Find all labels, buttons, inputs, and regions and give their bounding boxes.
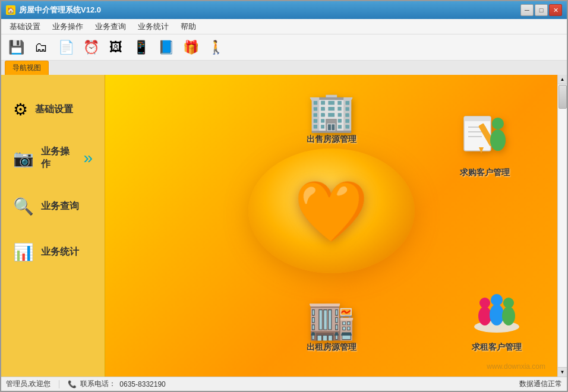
status-separator-1 xyxy=(59,380,59,388)
window-controls: ─ □ ✕ xyxy=(520,4,562,16)
minimize-button[interactable]: ─ xyxy=(520,4,534,16)
toolbar-img-btn[interactable]: 🖼 xyxy=(105,37,127,58)
buy-customers-label: 求购客户管理 xyxy=(460,167,510,178)
toolbar: 💾 🗂 📄 ⏰ 🖼 📱 📘 🎁 🚶 xyxy=(1,34,567,61)
phone-label: 联系电话： xyxy=(80,379,116,389)
camera-icon: 📷 xyxy=(13,148,34,168)
title-bar-left: 🏠 房屋中介管理系统V12.0 xyxy=(6,5,101,15)
rent-customers-label: 求租客户管理 xyxy=(472,342,522,353)
phone-number: 0635-8332190 xyxy=(119,380,165,388)
app-icon: 🏠 xyxy=(6,5,15,15)
nav-icon-buy-customers[interactable]: 求购客户管理 xyxy=(460,110,510,178)
heart-icon: 🧡 xyxy=(294,181,368,241)
sidebar-item-basic-settings[interactable]: ⚙ 基础设置 xyxy=(1,87,105,132)
menu-bar: 基础设置 业务操作 业务查询 业务统计 帮助 xyxy=(1,19,567,34)
rent-customers-svg xyxy=(473,285,520,333)
center-area: 🏢 出售房源管理 xyxy=(105,75,557,377)
arrow-right-icon: » xyxy=(83,148,93,167)
nav-icon-sale-houses[interactable]: 🏢 出售房源管理 xyxy=(307,93,356,145)
sidebar-label-business-query: 业务查询 xyxy=(41,200,79,213)
rent-houses-label: 出租房源管理 xyxy=(307,342,356,353)
close-button[interactable]: ✕ xyxy=(549,4,562,16)
buy-customer-svg xyxy=(461,110,509,158)
toolbar-save-btn[interactable]: 💾 xyxy=(5,37,27,58)
svg-point-8 xyxy=(490,129,506,151)
sidebar-label-basic-settings: 基础设置 xyxy=(35,103,73,116)
scrollbar: ▲ ▼ xyxy=(557,75,567,377)
scroll-thumb[interactable] xyxy=(558,85,567,109)
scroll-track xyxy=(558,84,567,367)
menu-business-stats[interactable]: 业务统计 xyxy=(132,20,175,34)
toolbar-list-btn[interactable]: 🗂 xyxy=(30,37,52,58)
toolbar-alarm-btn[interactable]: ⏰ xyxy=(80,37,102,58)
toolbar-doc-btn[interactable]: 📄 xyxy=(55,37,77,58)
magnifier-icon: 🔍 xyxy=(13,197,34,216)
phone-icon: 📞 xyxy=(68,380,77,388)
heart-bubble-container: 🧡 xyxy=(248,148,415,273)
svg-point-15 xyxy=(502,306,515,325)
svg-point-7 xyxy=(492,118,504,129)
tab-bar: 导航视图 xyxy=(1,61,567,75)
maximize-button[interactable]: □ xyxy=(535,4,548,16)
menu-basic-settings[interactable]: 基础设置 xyxy=(4,20,46,34)
toolbar-phone-btn[interactable]: 📱 xyxy=(130,37,152,58)
chart-icon: 📊 xyxy=(13,242,34,262)
gear-icon: ⚙ xyxy=(13,100,28,119)
status-bar: 管理员,欢迎您 📞 联系电话： 0635-8332190 数据通信正常 xyxy=(1,377,567,391)
scroll-up-button[interactable]: ▲ xyxy=(558,75,567,84)
connection-status: 数据通信正常 xyxy=(519,379,562,389)
sidebar-item-business-stats[interactable]: 📊 业务统计 xyxy=(1,229,105,275)
svg-point-11 xyxy=(478,306,491,325)
sidebar-item-business-query[interactable]: 🔍 业务查询 xyxy=(1,184,105,229)
watermark: www.downxia.com xyxy=(487,362,545,371)
tab-nav-view[interactable]: 导航视图 xyxy=(5,61,49,75)
nav-icon-rent-houses[interactable]: 🏬 出租房源管理 xyxy=(307,301,356,353)
sidebar: ⚙ 基础设置 📷 业务操作 » 🔍 业务查询 📊 业务统计 xyxy=(1,75,105,377)
user-status: 管理员,欢迎您 xyxy=(6,379,51,389)
sidebar-item-business-ops[interactable]: 📷 业务操作 » xyxy=(1,132,105,184)
toolbar-gift-btn[interactable]: 🎁 xyxy=(179,37,202,58)
main-content: ⚙ 基础设置 📷 业务操作 » 🔍 业务查询 📊 业务统计 🏢 出售房源 xyxy=(1,75,567,377)
menu-business-query[interactable]: 业务查询 xyxy=(89,20,132,34)
window-title: 房屋中介管理系统V12.0 xyxy=(19,5,101,15)
svg-point-13 xyxy=(490,304,504,325)
menu-help[interactable]: 帮助 xyxy=(175,20,202,34)
svg-rect-1 xyxy=(464,116,491,121)
heart-bubble: 🧡 xyxy=(248,148,415,273)
title-bar: 🏠 房屋中介管理系统V12.0 ─ □ ✕ xyxy=(1,1,567,19)
menu-business-ops[interactable]: 业务操作 xyxy=(46,20,89,34)
sidebar-label-business-stats: 业务统计 xyxy=(41,246,79,258)
toolbar-book-btn[interactable]: 📘 xyxy=(154,37,177,58)
toolbar-person-btn[interactable]: 🚶 xyxy=(204,37,227,58)
app-window: 🏠 房屋中介管理系统V12.0 ─ □ ✕ 基础设置 业务操作 业务查询 业务统… xyxy=(0,0,568,392)
nav-icon-rent-customers[interactable]: 求租客户管理 xyxy=(472,285,522,353)
sidebar-label-business-ops: 业务操作 xyxy=(41,146,71,170)
scroll-down-button[interactable]: ▼ xyxy=(558,367,567,377)
sale-houses-label: 出售房源管理 xyxy=(307,134,356,145)
status-left: 管理员,欢迎您 📞 联系电话： 0635-8332190 xyxy=(6,379,519,389)
